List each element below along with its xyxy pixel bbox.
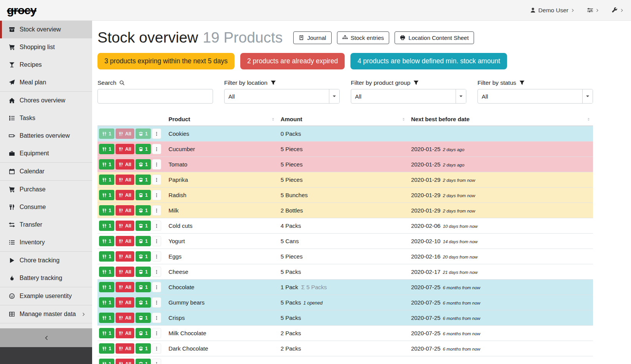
sidebar-item-recipes[interactable]: Recipes (0, 56, 92, 74)
open-one-button[interactable]: 1 (135, 359, 151, 364)
sidebar-item-chore-tracking[interactable]: Chore tracking (0, 252, 92, 269)
open-one-button[interactable]: 1 (135, 221, 151, 231)
row-menu-button[interactable] (152, 205, 161, 216)
below-min-stock-alert[interactable]: 4 products are below defined min. stock … (350, 53, 507, 69)
open-one-button[interactable]: 1 (135, 251, 151, 262)
expired-alert[interactable]: 2 products are already expired (240, 53, 345, 69)
utensils-icon (102, 331, 107, 336)
open-one-button[interactable]: 1 (135, 144, 151, 154)
status-filter-select[interactable]: All (477, 89, 593, 104)
open-one-button[interactable]: 1 (135, 175, 151, 185)
consume-all-button[interactable]: All (116, 190, 134, 200)
consume-all-button[interactable]: All (116, 328, 134, 338)
open-one-button[interactable]: 1 (135, 328, 151, 338)
sidebar-item-chores-overview[interactable]: Chores overview (0, 92, 92, 109)
open-one-button[interactable]: 1 (135, 297, 151, 308)
open-one-button[interactable]: 1 (135, 313, 151, 323)
row-menu-button[interactable] (152, 267, 161, 277)
sidebar-item-transfer[interactable]: Transfer (0, 216, 92, 234)
sidebar-item-example-userentity[interactable]: Example userentity (0, 287, 92, 305)
row-menu-button[interactable] (152, 359, 161, 364)
app-logo[interactable]: grocy (7, 4, 36, 17)
sidebar-item-shopping-list[interactable]: Shopping list (0, 38, 92, 56)
consume-all-button[interactable]: All (116, 236, 134, 246)
sidebar-item-battery-tracking[interactable]: Battery tracking (0, 269, 92, 287)
row-menu-button[interactable] (152, 313, 161, 323)
user-menu[interactable]: Demo User (530, 7, 575, 14)
consume-one-button[interactable]: 1 (99, 343, 114, 354)
consume-all-button[interactable]: All (116, 144, 134, 154)
product-group-filter-select[interactable]: All (351, 89, 466, 104)
consume-one-button[interactable]: 1 (99, 175, 114, 185)
consume-one-button[interactable]: 1 (99, 328, 114, 338)
consume-all-button[interactable]: All (116, 359, 134, 364)
consume-all-button[interactable]: All (116, 267, 134, 277)
location-filter-select[interactable]: All (224, 89, 340, 104)
consume-one-button[interactable]: 1 (99, 205, 114, 216)
sidebar-item-meal-plan[interactable]: Meal plan (0, 74, 92, 91)
actions-column-header (97, 113, 165, 126)
consume-one-button[interactable]: 1 (99, 236, 114, 246)
row-menu-button[interactable] (152, 190, 161, 200)
consume-one-button[interactable]: 1 (99, 221, 114, 231)
consume-one-button[interactable]: 1 (99, 313, 114, 323)
row-menu-button[interactable] (152, 251, 161, 262)
best-before-column-header[interactable]: Next best before date (408, 113, 593, 126)
row-menu-button[interactable] (152, 144, 161, 154)
row-menu-button[interactable] (152, 328, 161, 338)
utensils-icon (119, 178, 123, 182)
sidebar-item-equipment[interactable]: Equipment (0, 145, 92, 162)
filters-row: Search Filter by location All (97, 79, 593, 104)
row-menu-button[interactable] (152, 128, 161, 139)
open-one-button[interactable]: 1 (135, 343, 151, 354)
open-one-button[interactable]: 1 (135, 205, 151, 216)
consume-one-button[interactable]: 1 (99, 251, 114, 262)
admin-menu[interactable] (612, 7, 624, 13)
consume-one-button[interactable]: 1 (99, 297, 114, 308)
sidebar-item-consume[interactable]: Consume (0, 198, 92, 216)
consume-one-button[interactable]: 1 (99, 190, 114, 200)
row-menu-button[interactable] (152, 175, 161, 185)
consume-one-button[interactable]: 1 (99, 282, 114, 292)
consume-all-button[interactable]: All (116, 251, 134, 262)
product-column-header[interactable]: Product (165, 113, 278, 126)
consume-one-button[interactable]: 1 (99, 159, 114, 170)
search-input[interactable] (97, 89, 213, 104)
consume-all-button[interactable]: All (116, 297, 134, 308)
consume-one-button[interactable]: 1 (99, 144, 114, 154)
row-menu-button[interactable] (152, 236, 161, 246)
consume-one-button[interactable]: 1 (99, 359, 114, 364)
open-one-button[interactable]: 1 (135, 282, 151, 292)
open-one-button[interactable]: 1 (135, 267, 151, 277)
sidebar-collapse-button[interactable] (0, 328, 92, 347)
consume-one-button[interactable]: 1 (99, 267, 114, 277)
consume-all-button[interactable]: All (116, 205, 134, 216)
sidebar-item-purchase[interactable]: Purchase (0, 181, 92, 198)
stock-entries-button[interactable]: Stock entries (337, 31, 390, 44)
consume-all-button[interactable]: All (116, 221, 134, 231)
row-menu-button[interactable] (152, 282, 161, 292)
sidebar-item-batteries-overview[interactable]: Batteries overview (0, 127, 92, 145)
sidebar-item-stock-overview[interactable]: Stock overview (0, 21, 92, 38)
consume-all-button[interactable]: All (116, 175, 134, 185)
row-menu-button[interactable] (152, 221, 161, 231)
settings-menu[interactable] (587, 7, 600, 13)
expiring-alert[interactable]: 3 products expiring within the next 5 da… (97, 53, 235, 69)
location-content-sheet-button[interactable]: Location Content Sheet (395, 31, 474, 44)
open-one-button[interactable]: 1 (135, 236, 151, 246)
amount-column-header[interactable]: Amount (278, 113, 408, 126)
open-one-button[interactable]: 1 (135, 190, 151, 200)
row-menu-button[interactable] (152, 297, 161, 308)
sidebar-item-tasks[interactable]: Tasks (0, 109, 92, 127)
sidebar-item-inventory[interactable]: Inventory (0, 234, 92, 251)
consume-all-button[interactable]: All (116, 343, 134, 354)
row-menu-button[interactable] (152, 343, 161, 354)
consume-all-button[interactable]: All (116, 313, 134, 323)
sidebar-item-manage-master-data[interactable]: Manage master data (0, 305, 92, 323)
journal-button[interactable]: Journal (293, 31, 331, 44)
row-menu-button[interactable] (152, 159, 161, 170)
consume-all-button[interactable]: All (116, 282, 134, 292)
open-one-button[interactable]: 1 (135, 159, 151, 170)
consume-all-button[interactable]: All (116, 159, 134, 170)
sidebar-item-calendar[interactable]: Calendar (0, 163, 92, 180)
